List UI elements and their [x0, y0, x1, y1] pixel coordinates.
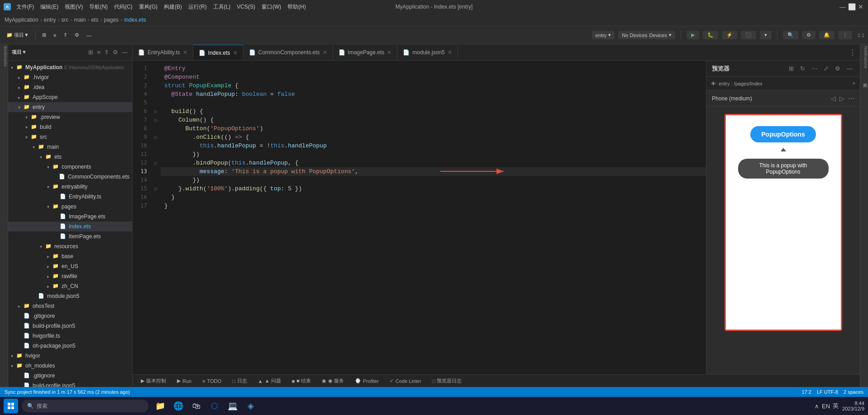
tree-item-appscope[interactable]: ▸ 📁 AppScope: [8, 92, 132, 102]
tree-item-resources[interactable]: ▾ 📁 resources: [8, 241, 132, 251]
run-button[interactable]: ▶: [687, 31, 699, 39]
preview-more-btn[interactable]: ⋯: [810, 64, 819, 73]
taskbar-app-folder[interactable]: 📁: [152, 398, 168, 414]
preview-settings-btn[interactable]: ⚙: [833, 64, 842, 73]
toolbar-expand-btn[interactable]: ⊞: [39, 31, 49, 39]
tree-item-hvigor-root[interactable]: ▾ 📁 hvigor: [8, 351, 132, 361]
tree-item-components[interactable]: ▾ 📁 components: [8, 162, 132, 172]
menu-vcs[interactable]: VCS(S): [234, 2, 258, 11]
status-indent[interactable]: 2 spaces: [844, 389, 863, 395]
maximize-button[interactable]: ⬜: [848, 3, 855, 10]
bottom-tab-issues[interactable]: ▲ ▲ 问题: [254, 376, 285, 386]
menu-code[interactable]: 代码(C): [111, 2, 135, 12]
breadcrumb-pages[interactable]: pages: [104, 17, 119, 23]
status-position[interactable]: 17:2: [801, 389, 811, 395]
tray-input-icon[interactable]: 英: [833, 402, 839, 410]
tree-item-entry[interactable]: ▾ 📁 entry: [8, 102, 132, 112]
breadcrumb-entry[interactable]: entry: [44, 17, 56, 23]
tab-close-ip[interactable]: ✕: [387, 49, 391, 56]
tabs-more-btn[interactable]: ⋮: [845, 45, 860, 60]
menu-nav[interactable]: 导航(N): [86, 2, 110, 12]
tree-item-build-profile2[interactable]: 📄 build-profile.json5: [8, 381, 132, 387]
search-btn[interactable]: 🔍: [783, 31, 798, 39]
tree-item-build[interactable]: ▾ 📁 build: [8, 122, 132, 132]
more-device-btn[interactable]: ⋯: [848, 95, 854, 102]
toolbar-list-btn[interactable]: ≡: [51, 31, 59, 39]
stop-button[interactable]: ⬛: [741, 31, 756, 39]
taskbar-app-blue[interactable]: ◈: [243, 398, 259, 414]
tab-close-indexets[interactable]: ✕: [233, 50, 238, 56]
tree-item-zhcn[interactable]: ▸ 📁 zh_CN: [8, 281, 132, 291]
preview-zoom-btn[interactable]: ⤢: [822, 64, 830, 73]
preview-expand-btn[interactable]: ⊞: [787, 64, 796, 73]
tree-item-pages[interactable]: ▾ 📁 pages: [8, 202, 132, 212]
tray-up-icon[interactable]: ∧: [815, 403, 819, 410]
debug-button[interactable]: 🐛: [703, 31, 718, 39]
breadcrumb-file[interactable]: Index.ets: [124, 17, 146, 23]
tree-item-ohpackage[interactable]: 📄 oh-package.json5: [8, 341, 132, 351]
tree-item-build-profile[interactable]: 📄 build-profile.json5: [8, 321, 132, 331]
toolbar-collapse-btn[interactable]: ⇑: [61, 31, 70, 39]
project-selector[interactable]: 📁 项目▼: [4, 30, 32, 40]
tree-item-hvigorfile[interactable]: 📄 hvigorfile.ts: [8, 331, 132, 341]
tree-item-itempage[interactable]: 📄 ItemPage.ets: [8, 231, 132, 241]
menu-file[interactable]: 文件(F): [14, 2, 37, 12]
device-selector[interactable]: No Devices Devices ▾: [618, 31, 675, 39]
tree-item-ohostest[interactable]: ▸ 📁 ohosTest: [8, 301, 132, 311]
taskbar-app-store[interactable]: 🛍: [188, 398, 205, 414]
taskbar-search-box[interactable]: 🔍 搜索: [22, 400, 148, 412]
menu-window[interactable]: 窗口(W): [259, 2, 284, 12]
tray-lang-icon[interactable]: EN: [822, 403, 830, 410]
bookmarks-btn[interactable]: Bookmarks: [0, 46, 8, 66]
settings-btn[interactable]: ⚙: [802, 31, 816, 39]
toolbar-settings-btn[interactable]: ⚙: [72, 31, 82, 39]
taskbar-app-browser[interactable]: 🌐: [170, 398, 186, 414]
entry-selector[interactable]: entry ▾: [592, 31, 615, 39]
more-run-btn[interactable]: ▾: [760, 31, 772, 39]
tree-item-entryabilityts[interactable]: 📄 EntryAbility.ts: [8, 192, 132, 202]
menu-help[interactable]: 帮助(H): [285, 2, 309, 12]
sidebar-expand-btn[interactable]: ⊞: [87, 48, 94, 57]
tree-item-modulejson[interactable]: 📄 module.json5: [8, 291, 132, 301]
tree-item-hvigor[interactable]: ▸ 📁 .hvigor: [8, 72, 132, 82]
tree-item-commoncomponents[interactable]: 📄 CommonComponents.ets: [8, 172, 132, 182]
tab-commoncomponents[interactable]: 📄 CommonComponents.ets ✕: [243, 45, 333, 60]
sidebar-settings-btn[interactable]: ⚙: [112, 48, 119, 57]
tab-modulejson[interactable]: 📄 module.json5 ✕: [397, 45, 458, 60]
taskbar-app-terminal[interactable]: 💻: [224, 398, 241, 414]
bottom-tab-profiler[interactable]: ⌚ Profiler: [351, 377, 382, 385]
breadcrumb-ets[interactable]: ets: [91, 17, 98, 23]
tree-item-main[interactable]: ▾ 📁 main: [8, 142, 132, 152]
tree-item-entryability[interactable]: ▾ 📁 entryability: [8, 182, 132, 192]
sidebar-close-btn[interactable]: —: [121, 48, 129, 57]
breadcrumb-app[interactable]: MyApplication: [5, 17, 38, 23]
menu-tools[interactable]: 工具(L): [210, 2, 234, 12]
start-button[interactable]: [4, 399, 18, 413]
more-btn[interactable]: ⋮: [838, 31, 852, 39]
attach-button[interactable]: ⚡: [722, 31, 737, 39]
tree-item-root[interactable]: ▾ 📁 MyApplication E:\HarmonyOS\MyApplica…: [8, 62, 132, 72]
breadcrumb-src[interactable]: src: [61, 17, 68, 23]
bottom-tab-service[interactable]: ◉ ◉ 服务: [318, 376, 348, 386]
notifications-btn[interactable]: 🔔: [819, 31, 835, 39]
tree-item-rawfile[interactable]: ▸ 📁 rawfile: [8, 271, 132, 281]
notifications-side-btn[interactable]: Notifications: [861, 46, 868, 68]
tab-close-cc[interactable]: ✕: [323, 49, 327, 56]
tree-item-imagepage[interactable]: 📄 ImagePage.ets: [8, 212, 132, 222]
bottom-tab-linter[interactable]: ✓ Code Linter: [386, 377, 425, 385]
tree-item-idea[interactable]: ▸ 📁 .idea: [8, 82, 132, 92]
bottom-tab-vcs[interactable]: ▶ 版本控制: [137, 376, 170, 386]
preview-popup-btn[interactable]: PopupOptions: [750, 126, 816, 142]
tree-item-gitignore[interactable]: 📄 .gitignore: [8, 311, 132, 321]
menu-edit[interactable]: 编辑(E): [38, 2, 61, 12]
tab-close-entryability[interactable]: ✕: [183, 49, 187, 56]
tree-item-gitignore2[interactable]: 📄 .gitignore: [8, 371, 132, 381]
tree-item-ets[interactable]: ▾ 📁 ets: [8, 152, 132, 162]
tab-close-mj[interactable]: ✕: [448, 49, 452, 56]
status-encoding[interactable]: LF UTF-8: [817, 389, 838, 395]
sidebar-filter-btn[interactable]: ⇑: [103, 48, 110, 57]
breadcrumb-main[interactable]: main: [74, 17, 86, 23]
sidebar-collapse-btn[interactable]: ≡: [96, 48, 101, 57]
tab-imagepage[interactable]: 📄 ImagePage.ets ✕: [333, 45, 398, 60]
menu-view[interactable]: 视图(V): [62, 2, 86, 12]
